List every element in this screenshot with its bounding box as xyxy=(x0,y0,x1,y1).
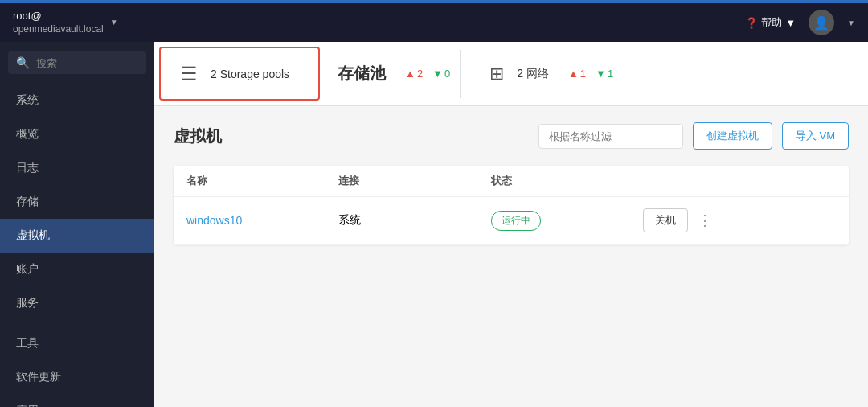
sidebar: 🔍 系统 概览 日志 存储 虚拟机 账户 服务 工具 软件更新 xyxy=(0,42,154,407)
sidebar-item-vm[interactable]: 虚拟机 xyxy=(0,219,154,253)
vm-area: 虚拟机 创建虚拟机 导入 VM 名称 连接 状态 windows10 xyxy=(154,106,868,407)
vm-header-right: 创建虚拟机 导入 VM xyxy=(538,122,849,150)
sidebar-item-about[interactable]: 应用 xyxy=(0,394,154,407)
sidebar-item-label: 日志 xyxy=(16,161,39,174)
sidebar-item-updates[interactable]: 软件更新 xyxy=(0,360,154,394)
storage-section: 存储池 ▲ 2 ▼ 0 xyxy=(325,42,450,105)
topbar-username: root@ xyxy=(13,10,104,23)
sidebar-item-storage[interactable]: 存储 xyxy=(0,185,154,219)
search-icon: 🔍 xyxy=(16,56,30,69)
sidebar-item-label: 服务 xyxy=(16,296,39,309)
col-status: 状态 xyxy=(491,174,643,188)
row-actions: 关机 ⋮ xyxy=(643,208,804,232)
col-more xyxy=(804,174,836,188)
vm-connection: 系统 xyxy=(338,213,490,228)
down-arrow-icon: ▼ xyxy=(432,68,443,80)
topbar-user-info: root@ openmediavault.local xyxy=(13,10,104,35)
storage-pools-card[interactable]: ☰ 2 Storage pools xyxy=(159,47,320,101)
up-arrow-icon: ▲ xyxy=(405,68,416,80)
col-connection: 连接 xyxy=(338,174,490,188)
more-options-icon[interactable]: ⋮ xyxy=(694,208,715,232)
vm-table: 名称 连接 状态 windows10 系统 运行中 关机 ⋮ xyxy=(174,166,849,245)
user-menu-chevron[interactable]: ▼ xyxy=(847,18,855,27)
topbar-hostname: openmediavault.local xyxy=(13,23,104,36)
network-stats: ▲ 1 ▼ 1 xyxy=(562,68,613,80)
topbar-chevron-icon[interactable]: ▼ xyxy=(110,18,118,27)
storage-chinese-label: 存储池 xyxy=(325,63,399,84)
summary-divider xyxy=(460,50,461,98)
storage-down-count: 0 xyxy=(444,68,450,80)
sidebar-item-label: 工具 xyxy=(16,336,39,349)
create-vm-button[interactable]: 创建虚拟机 xyxy=(693,122,772,150)
table-header: 名称 连接 状态 xyxy=(174,166,849,197)
help-button[interactable]: ❓ 帮助 ▼ xyxy=(745,15,796,30)
sidebar-item-label: 账户 xyxy=(16,262,39,275)
user-avatar[interactable]: 👤 xyxy=(809,10,834,35)
topbar-left: root@ openmediavault.local ▼ xyxy=(13,10,118,35)
network-card[interactable]: ⊞ 2 网络 ▲ 1 ▼ 1 xyxy=(470,42,633,105)
network-up-count: 1 xyxy=(580,68,586,80)
network-down-stat: ▼ 1 xyxy=(596,68,613,80)
table-row: windows10 系统 运行中 关机 ⋮ xyxy=(174,197,849,245)
sidebar-item-logs[interactable]: 日志 xyxy=(0,151,154,185)
storage-up-count: 2 xyxy=(417,68,423,80)
vm-filter-input[interactable] xyxy=(538,124,683,149)
vm-name-link[interactable]: windows10 xyxy=(186,214,338,227)
sidebar-item-label: 应用 xyxy=(16,404,39,407)
help-chevron-icon: ▼ xyxy=(785,17,796,29)
sidebar-item-accounts[interactable]: 账户 xyxy=(0,253,154,286)
status-badge: 运行中 xyxy=(491,211,541,231)
sidebar-item-system[interactable]: 系统 xyxy=(0,84,154,117)
network-down-count: 1 xyxy=(608,68,613,80)
sidebar-item-label: 软件更新 xyxy=(16,370,61,383)
col-name: 名称 xyxy=(186,174,338,188)
summary-bar: ☰ 2 Storage pools 存储池 ▲ 2 ▼ 0 xyxy=(154,42,868,106)
import-vm-button[interactable]: 导入 VM xyxy=(782,122,849,150)
storage-down-stat: ▼ 0 xyxy=(432,68,450,80)
storage-pools-icon: ☰ xyxy=(180,63,198,85)
help-circle-icon: ❓ xyxy=(745,17,758,29)
col-actions xyxy=(643,174,804,188)
help-label: 帮助 xyxy=(761,15,782,30)
shutdown-button[interactable]: 关机 xyxy=(643,208,688,232)
search-input[interactable] xyxy=(36,57,138,69)
sidebar-item-services[interactable]: 服务 xyxy=(0,286,154,320)
sidebar-item-overview[interactable]: 概览 xyxy=(0,117,154,151)
storage-stats: ▲ 2 ▼ 0 xyxy=(399,68,450,80)
sidebar-item-label: 虚拟机 xyxy=(16,228,50,241)
vm-header: 虚拟机 创建虚拟机 导入 VM xyxy=(174,122,849,150)
net-down-arrow-icon: ▼ xyxy=(596,68,606,80)
topbar: root@ openmediavault.local ▼ ❓ 帮助 ▼ 👤 ▼ xyxy=(0,3,868,42)
content-area: ☰ 2 Storage pools 存储池 ▲ 2 ▼ 0 xyxy=(154,42,868,407)
vm-status-cell: 运行中 xyxy=(491,211,643,231)
search-box[interactable]: 🔍 xyxy=(8,51,146,74)
avatar-icon: 👤 xyxy=(813,15,829,31)
topbar-right: ❓ 帮助 ▼ 👤 ▼ xyxy=(745,10,855,35)
storage-up-stat: ▲ 2 xyxy=(405,68,423,80)
main-layout: 🔍 系统 概览 日志 存储 虚拟机 账户 服务 工具 软件更新 xyxy=(0,42,868,407)
network-label: 2 网络 xyxy=(517,67,549,81)
vm-section-title: 虚拟机 xyxy=(174,125,222,147)
net-up-arrow-icon: ▲ xyxy=(568,68,579,80)
network-icon: ⊞ xyxy=(489,64,504,84)
sidebar-item-tools[interactable]: 工具 xyxy=(0,327,154,360)
storage-pools-label: 2 Storage pools xyxy=(211,68,289,80)
sidebar-item-label: 系统 xyxy=(16,93,39,106)
sidebar-item-label: 存储 xyxy=(16,195,39,208)
network-up-stat: ▲ 1 xyxy=(568,68,586,80)
sidebar-item-label: 概览 xyxy=(16,127,39,140)
